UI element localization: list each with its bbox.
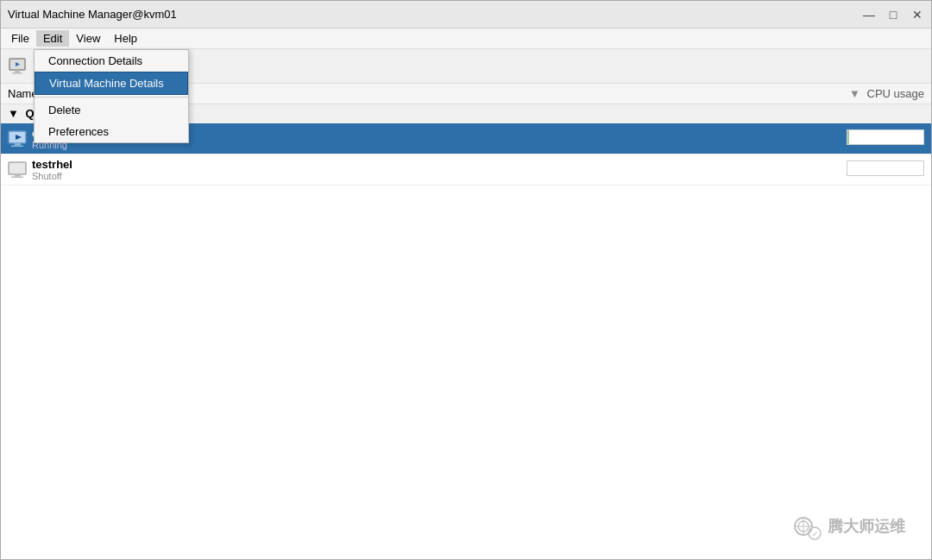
dropdown-connection-details[interactable]: Connection Details bbox=[35, 50, 188, 72]
svg-rect-13 bbox=[15, 143, 21, 146]
vm-icon-centos7 bbox=[8, 130, 28, 148]
edit-dropdown-menu: Connection Details Virtual Machine Detai… bbox=[34, 49, 189, 143]
close-button[interactable]: ✕ bbox=[910, 8, 924, 22]
svg-rect-17 bbox=[11, 176, 23, 178]
dropdown-separator bbox=[35, 97, 188, 98]
vm-icon-testrhel bbox=[8, 161, 28, 179]
maximize-button[interactable]: □ bbox=[886, 8, 900, 22]
vm-row-testrhel[interactable]: testrhel Shutoff bbox=[1, 154, 931, 186]
cpu-column-header[interactable]: ▼ CPU usage bbox=[840, 84, 931, 104]
svg-rect-2 bbox=[12, 72, 22, 74]
main-content: Name ▼ CPU usage ▼ QE bbox=[1, 84, 931, 559]
vm-cpu-testrhel bbox=[840, 154, 931, 186]
cpu-bar-container-centos7 bbox=[847, 129, 924, 145]
menu-view[interactable]: View bbox=[69, 30, 107, 47]
dropdown-virtual-machine-details[interactable]: Virtual Machine Details bbox=[35, 72, 188, 95]
minimize-button[interactable]: — bbox=[862, 8, 876, 22]
cpu-sort-arrow: ▼ bbox=[849, 87, 860, 100]
window-title: Virtual Machine Manager@kvm01 bbox=[8, 8, 177, 21]
menu-edit[interactable]: Edit bbox=[36, 30, 69, 47]
menu-help[interactable]: Help bbox=[107, 30, 144, 47]
menu-bar: File Edit View Help Connection Details V… bbox=[1, 28, 931, 49]
svg-rect-14 bbox=[11, 145, 23, 147]
new-vm-icon bbox=[9, 57, 28, 76]
dropdown-delete[interactable]: Delete bbox=[35, 99, 188, 121]
cpu-bar-centos7 bbox=[847, 130, 849, 144]
cpu-bar-container-testrhel bbox=[847, 160, 924, 176]
svg-rect-16 bbox=[15, 174, 21, 177]
vm-cpu-centos7 bbox=[840, 123, 931, 154]
svg-rect-15 bbox=[9, 162, 26, 174]
title-bar: Virtual Machine Manager@kvm01 — □ ✕ bbox=[1, 1, 931, 28]
group-toggle-icon: ▼ bbox=[8, 107, 19, 120]
vm-info-testrhel: testrhel Shutoff bbox=[32, 158, 72, 181]
svg-rect-1 bbox=[15, 70, 20, 72]
dropdown-preferences[interactable]: Preferences bbox=[35, 121, 188, 142]
window-controls: — □ ✕ bbox=[862, 8, 924, 22]
menu-file[interactable]: File bbox=[4, 30, 36, 47]
vm-list[interactable]: Name ▼ CPU usage ▼ QE bbox=[1, 84, 931, 559]
new-vm-button[interactable] bbox=[4, 53, 32, 80]
vm-status-testrhel: Shutoff bbox=[32, 171, 72, 181]
main-window: Virtual Machine Manager@kvm01 — □ ✕ File… bbox=[0, 0, 932, 560]
vm-name-testrhel: testrhel bbox=[32, 158, 72, 171]
